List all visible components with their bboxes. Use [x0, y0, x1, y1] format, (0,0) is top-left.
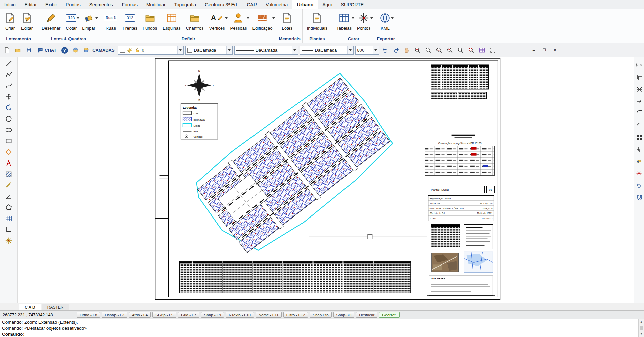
scroll-down-arrow-icon[interactable]: ▼ — [640, 331, 643, 337]
layer-combo[interactable]: 0 — [118, 46, 184, 55]
tab-car[interactable]: CAR — [242, 0, 261, 9]
zoom-realtime-button[interactable] — [424, 46, 433, 55]
zoom-previous-button[interactable] — [456, 46, 465, 55]
nome-toggle[interactable]: Nome - F11 — [256, 312, 282, 318]
linetype-combo[interactable]: DaCamada — [234, 46, 298, 55]
georref-toggle[interactable]: Georref. — [379, 312, 399, 318]
grid-table-button[interactable] — [477, 46, 487, 55]
pan-hand-button[interactable] — [402, 46, 411, 55]
snap-magnet-tool-icon[interactable] — [635, 193, 643, 202]
cotar-button[interactable]: 123 Cotar — [63, 10, 79, 31]
trim-tool-icon[interactable] — [635, 84, 643, 93]
dropdown-arrow-icon[interactable] — [272, 17, 275, 19]
snap-pto-toggle[interactable]: Snap Pto — [310, 312, 331, 318]
fundos-button[interactable]: Fundos — [140, 10, 160, 31]
layers-states-button[interactable] — [82, 46, 91, 55]
limpar-button[interactable]: Limpar — [79, 10, 98, 31]
spline-tool-icon[interactable] — [4, 81, 13, 90]
command-scrollbar[interactable]: ▲ ▼ — [638, 319, 644, 337]
scale-tool-icon[interactable] — [635, 145, 643, 153]
command-prompt[interactable]: Comando: — [2, 331, 637, 337]
hatch-tool-icon[interactable] — [4, 170, 13, 179]
help-button[interactable] — [60, 46, 69, 55]
tab-raster[interactable]: RASTER — [42, 304, 70, 310]
ortho-toggle[interactable]: Ortho - F8 — [77, 312, 100, 318]
save-button[interactable] — [24, 46, 33, 55]
polyline-tool-icon[interactable] — [4, 70, 13, 79]
open-file-button[interactable] — [13, 46, 22, 55]
osnap-toggle[interactable]: Osnap - F3 — [102, 312, 127, 318]
angle-tool-icon[interactable] — [4, 192, 13, 201]
zoom-window-button[interactable] — [434, 46, 444, 55]
corner-trim-tool-icon[interactable] — [4, 225, 13, 234]
fillet-tool-icon[interactable] — [635, 108, 643, 117]
restore-button[interactable] — [540, 47, 549, 54]
rotate-tool-icon[interactable] — [4, 103, 13, 112]
redo-button[interactable] — [392, 46, 401, 55]
fullscreen-button[interactable] — [488, 46, 497, 55]
dropdown-arrow-icon[interactable] — [391, 17, 394, 19]
new-file-button[interactable] — [3, 46, 12, 55]
scale-combo[interactable]: 800 — [355, 46, 379, 55]
sgrip-toggle[interactable]: SGrip - F5 — [152, 312, 176, 318]
ruas-button[interactable]: Rua 1 Ruas — [102, 10, 120, 31]
offset-tool-icon[interactable] — [635, 72, 643, 81]
dropdown-arrow-icon[interactable] — [352, 17, 354, 19]
tab-exibir[interactable]: Exibir — [41, 0, 61, 9]
snap-toggle[interactable]: Snap - F9 — [201, 312, 224, 318]
pontos-gerar-button[interactable]: Pontos — [354, 10, 373, 31]
esquinas-button[interactable]: Esquinas — [160, 10, 183, 31]
tabelas-button[interactable]: Tabelas — [334, 10, 354, 31]
pessoas-button[interactable]: Pessoas — [228, 10, 250, 31]
circle-tool-icon[interactable] — [4, 114, 13, 123]
tab-editar[interactable]: Editar — [20, 0, 41, 9]
point-burst-tool-icon[interactable] — [4, 236, 13, 245]
tab-inicio[interactable]: Início — [0, 0, 20, 9]
kml-button[interactable]: KML — [377, 10, 394, 31]
vertices-button[interactable]: A Vértices — [206, 10, 228, 31]
layers-manager-button[interactable] — [71, 46, 80, 55]
minimize-button[interactable] — [529, 47, 538, 54]
scroll-up-arrow-icon[interactable]: ▲ — [640, 319, 643, 325]
desenhar-button[interactable]: Desenhar — [39, 10, 63, 31]
tab-formas[interactable]: Formas — [117, 0, 142, 9]
dropdown-arrow-icon[interactable] — [370, 17, 373, 19]
color-combo[interactable]: DaCamada — [185, 46, 233, 55]
rectangle-tool-icon[interactable] — [4, 137, 13, 145]
dropdown-arrow-icon[interactable] — [247, 17, 249, 19]
lineweight-combo-dropdown[interactable] — [347, 46, 353, 54]
zoom-in-button[interactable] — [413, 46, 422, 55]
tab-cad[interactable]: C A D — [19, 304, 41, 310]
tab-segmentos[interactable]: Segmentos — [85, 0, 118, 9]
rotate-ccw-tool-icon[interactable] — [635, 181, 643, 190]
command-line-panel[interactable]: Comando: Zoom: Extensão (Extents). Coman… — [0, 319, 644, 337]
linetype-combo-dropdown[interactable] — [292, 46, 298, 54]
lotes-memorial-button[interactable]: Lotes — [279, 10, 295, 31]
editar-button[interactable]: Editar — [18, 10, 35, 31]
undo-button[interactable] — [381, 46, 390, 55]
tab-volumetria[interactable]: Volumetria — [261, 0, 292, 9]
array-tool-icon[interactable] — [635, 133, 643, 141]
text-tool-icon[interactable] — [4, 159, 13, 167]
tab-agro[interactable]: Agro — [318, 0, 337, 9]
mirror-tool-icon[interactable] — [635, 60, 643, 69]
close-button[interactable] — [551, 47, 559, 54]
drawing-canvas[interactable]: N S L O Legenda: Lote Edificação Limite — [18, 57, 634, 303]
rtexto-toggle[interactable]: RTexto - F10 — [226, 312, 254, 318]
tab-modificar[interactable]: Modificar — [142, 0, 170, 9]
filtro-toggle[interactable]: Filtro - F12 — [283, 312, 308, 318]
tab-suporte[interactable]: SUPORTE — [337, 0, 368, 9]
camadas-label[interactable]: CAMADAS — [92, 48, 114, 53]
dropdown-arrow-icon[interactable] — [95, 17, 98, 19]
explode-tool-icon[interactable] — [635, 169, 643, 178]
scrollbar-thumb[interactable] — [640, 326, 643, 330]
criar-button[interactable]: Criar — [2, 10, 18, 31]
measure-tool-icon[interactable] — [4, 181, 13, 190]
tab-topografia[interactable]: Topografia — [170, 0, 200, 9]
diamond-tool-icon[interactable] — [4, 148, 13, 156]
individuais-button[interactable]: Individuais — [304, 10, 330, 31]
chamfer-tool-icon[interactable] — [635, 121, 643, 129]
grid-toggle[interactable]: Grid - F7 — [178, 312, 199, 318]
move-tool-icon[interactable] — [4, 92, 13, 101]
atrib-toggle[interactable]: Atrib - F4 — [129, 312, 151, 318]
